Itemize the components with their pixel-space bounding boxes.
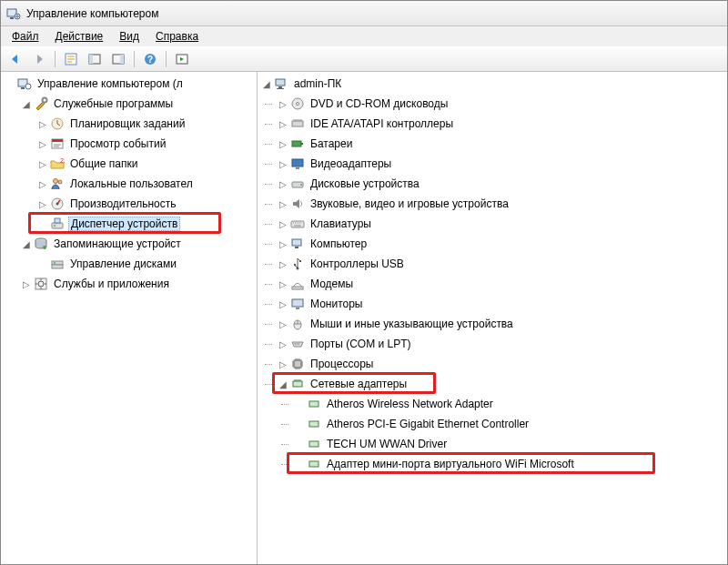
svg-point-44 <box>300 184 302 186</box>
tree-label: TECH UM WWAN Driver <box>325 437 449 451</box>
tree-dvd[interactable]: ▷DVD и CD-ROM дисководы <box>274 94 727 114</box>
expander-icon[interactable]: ▷ <box>278 278 288 289</box>
btn-help[interactable]: ? <box>139 49 161 69</box>
tree-ports[interactable]: ▷Порты (COM и LPT) <box>274 334 727 354</box>
expander-icon[interactable]: ▷ <box>37 198 48 209</box>
tree-cpus[interactable]: ▷Процессоры <box>274 354 727 374</box>
tree-services-apps[interactable]: ▷ Службы и приложения <box>17 274 257 294</box>
expander-icon[interactable]: ◢ <box>278 378 288 389</box>
tree-netadapters[interactable]: ◢ Сетевые адаптеры <box>274 374 727 394</box>
expander-icon[interactable]: ▷ <box>278 338 288 349</box>
svg-rect-12 <box>21 87 25 89</box>
toolbar-separator <box>166 51 167 67</box>
shared-folder-icon: 22 <box>50 156 65 171</box>
btn-scan[interactable] <box>171 49 193 69</box>
expander-icon[interactable]: ▷ <box>278 98 288 109</box>
expander-icon[interactable]: ◢ <box>21 238 32 249</box>
tree-sound[interactable]: ▷Звуковые, видео и игровые устройства <box>274 194 727 214</box>
expander-icon[interactable]: ▷ <box>21 278 32 289</box>
tree-label: Мониторы <box>308 297 364 311</box>
tree-system-tools[interactable]: ◢ Служебные программы <box>17 94 257 114</box>
nic-icon <box>307 437 321 451</box>
tree-event-viewer[interactable]: ▷ Просмотр событий <box>34 134 257 154</box>
tree-atheros-pcie[interactable]: ▷Atheros PCI-E Gigabit Ethernet Controll… <box>290 414 727 434</box>
tree-label: Просмотр событий <box>68 136 167 151</box>
tree-disk-mgmt[interactable]: ▷ Управление дисками <box>34 254 257 274</box>
tree-monitors[interactable]: ▷Мониторы <box>274 294 727 314</box>
expander-icon[interactable]: ▷ <box>278 358 288 369</box>
tree-root-mgmt[interactable]: ▶ Управление компьютером (л <box>1 74 257 94</box>
tree-shared-folders[interactable]: ▷ 22 Общие папки <box>34 154 257 174</box>
svg-rect-1 <box>10 17 14 19</box>
tree-label: Видеоадаптеры <box>308 156 393 171</box>
expander-icon[interactable]: ▷ <box>278 238 288 249</box>
back-button[interactable] <box>5 49 26 69</box>
svg-rect-58 <box>309 421 318 427</box>
svg-rect-34 <box>278 86 282 88</box>
tree-ms-vwifi[interactable]: ▷Адаптер мини-порта виртуального WiFi Mi… <box>290 454 727 474</box>
tree-storage[interactable]: ◢ Запоминающие устройст <box>17 234 257 254</box>
toolbar-separator <box>134 51 135 67</box>
expander-icon[interactable]: ▷ <box>278 198 288 209</box>
expander-icon[interactable]: ▷ <box>278 138 288 149</box>
menu-action[interactable]: Действие <box>48 28 111 45</box>
svg-rect-59 <box>309 441 318 447</box>
expander-icon[interactable]: ▷ <box>278 158 288 169</box>
btn-panes-1[interactable] <box>84 49 106 69</box>
svg-rect-47 <box>295 247 298 248</box>
tree-label: Atheros Wireless Network Adapter <box>325 397 495 411</box>
menu-file[interactable]: Файл <box>5 28 46 45</box>
expander-icon[interactable]: ◢ <box>261 78 272 89</box>
performance-icon <box>50 197 65 211</box>
tree-label: DVD и CD-ROM дисководы <box>308 96 450 111</box>
btn-panes-2[interactable] <box>107 49 129 69</box>
expander-icon[interactable]: ▷ <box>278 258 288 269</box>
expander-icon[interactable]: ▷ <box>278 178 288 189</box>
tree-modems[interactable]: ▷Модемы <box>274 274 727 294</box>
tree-label: IDE ATA/ATAPI контроллеры <box>308 116 455 131</box>
expander-icon[interactable]: ▷ <box>278 318 288 329</box>
tree-device-manager[interactable]: ▷ Диспетчер устройств <box>34 214 257 234</box>
tree-computer-root[interactable]: ◢ admin-ПК <box>258 74 727 94</box>
expander-icon[interactable]: ▷ <box>37 178 48 189</box>
expander-icon[interactable]: ▷ <box>278 118 288 129</box>
tree-ide[interactable]: ▷IDE ATA/ATAPI контроллеры <box>274 114 727 134</box>
expander-icon[interactable]: ▷ <box>37 158 48 169</box>
menu-help[interactable]: Справка <box>148 28 206 45</box>
tree-label: Службы и приложения <box>52 277 171 291</box>
expander-icon[interactable]: ▷ <box>278 218 288 229</box>
tree-label: Общие папки <box>68 156 139 171</box>
tree-mice[interactable]: ▷Мыши и иные указывающие устройства <box>274 314 727 334</box>
forward-button[interactable] <box>28 49 50 69</box>
toolbar: ? <box>1 46 727 72</box>
svg-rect-56 <box>293 381 302 387</box>
mouse-icon <box>290 317 305 331</box>
svg-rect-45 <box>291 221 304 227</box>
tree-label: Модемы <box>308 277 355 291</box>
clock-icon <box>50 116 65 131</box>
tree-performance[interactable]: ▷ Производительность <box>34 194 257 214</box>
tree-atheros-wifi[interactable]: ▷Atheros Wireless Network Adapter <box>290 394 727 414</box>
tree-computer-cat[interactable]: ▷Компьютер <box>274 234 727 254</box>
expander-icon[interactable]: ▷ <box>278 298 288 309</box>
tree-tech-wwan[interactable]: ▷TECH UM WWAN Driver <box>290 434 727 454</box>
btn-properties[interactable] <box>60 49 82 69</box>
tree-local-users[interactable]: ▷ Локальные пользовател <box>34 174 257 194</box>
tree-video[interactable]: ▷Видеоадаптеры <box>274 154 727 174</box>
tree-batteries[interactable]: ▷Батареи <box>274 134 727 154</box>
svg-rect-57 <box>309 401 318 407</box>
menu-view[interactable]: Вид <box>112 28 147 45</box>
svg-rect-55 <box>294 360 301 368</box>
svg-point-14 <box>43 98 47 103</box>
expander-icon[interactable]: ▷ <box>37 138 48 149</box>
tree-disk[interactable]: ▷Дисковые устройства <box>274 174 727 194</box>
tree-label: Адаптер мини-порта виртуального WiFi Mic… <box>325 457 576 471</box>
tree-task-scheduler[interactable]: ▷ Планировщик заданий <box>34 114 257 134</box>
tree-label: admin-ПК <box>292 76 343 91</box>
tree-keyboards[interactable]: ▷Клавиатуры <box>274 214 727 234</box>
svg-rect-23 <box>52 223 63 228</box>
tree-label: Звуковые, видео и игровые устройства <box>308 197 511 211</box>
tree-usb[interactable]: ▷Контроллеры USB <box>274 254 727 274</box>
expander-icon[interactable]: ▷ <box>37 118 48 129</box>
expander-icon[interactable]: ◢ <box>21 98 32 109</box>
